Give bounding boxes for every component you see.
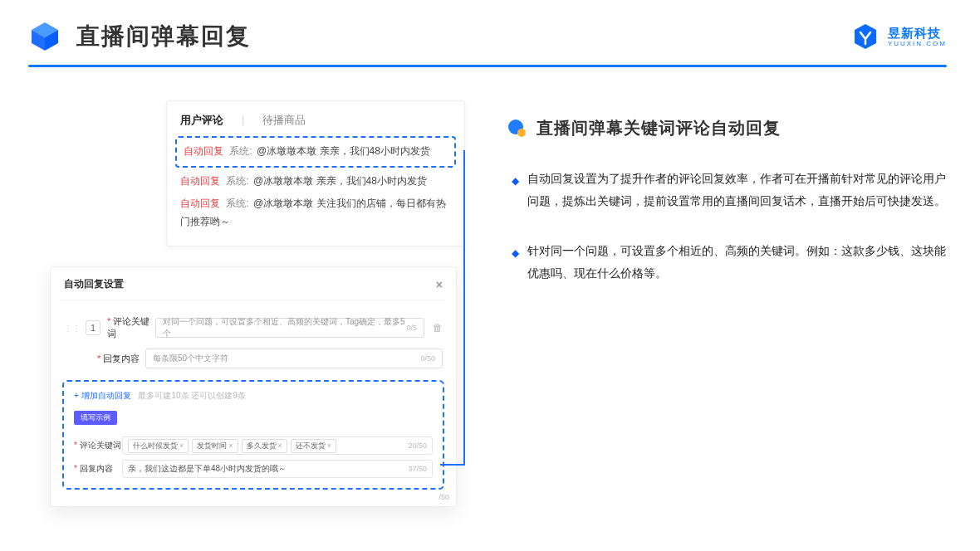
logo-cube-icon xyxy=(28,20,61,53)
comments-panel: 用户评论 | 待播商品 自动回复 系统: @冰墩墩本墩 亲亲，我们48小时内发货… xyxy=(166,100,465,246)
diamond-icon: ◆ xyxy=(512,172,519,212)
example-content-value: 亲，我们这边都是下单48小时内发货的哦～ xyxy=(128,463,287,475)
example-content-field[interactable]: 亲，我们这边都是下单48小时内发货的哦～ 37/50 xyxy=(122,460,433,478)
comment-row: 自动回复 系统: @冰墩墩本墩 亲亲，我们48小时内发货 xyxy=(180,173,451,191)
svg-point-4 xyxy=(517,129,526,137)
add-hint: 最多可建10条 还可以创建9条 xyxy=(138,391,245,400)
bullet-item: ◆自动回复设置为了提升作者的评论回复效率，作者可在开播前针对常见的评论用户问题，… xyxy=(512,168,947,212)
keyword-input[interactable]: 对同一个问题，可设置多个相近、高频的关键词，Tag确定，最多5个 0/5 xyxy=(155,318,424,338)
bullet-text: 自动回复设置为了提升作者的评论回复效率，作者可在开播前针对常见的评论用户问题，提… xyxy=(527,168,947,212)
example-content-label: 回复内容 xyxy=(80,464,113,473)
brand-logo-icon xyxy=(851,22,880,51)
example-keyword-count: 20/50 xyxy=(408,441,427,450)
auto-reply-tag: 自动回复 xyxy=(184,145,223,157)
extra-count: /50 xyxy=(439,493,449,501)
brand-block: 昱新科技 YUUXIN.COM xyxy=(851,22,947,51)
auto-reply-tag: 自动回复 xyxy=(180,175,220,187)
auto-reply-tag: 自动回复 xyxy=(180,197,220,209)
keyword-chip[interactable]: 发货时间× xyxy=(192,439,238,453)
keyword-chip[interactable]: 还不发货× xyxy=(291,439,336,453)
keyword-chip[interactable]: 多久发货× xyxy=(242,439,287,453)
content-label: 回复内容 xyxy=(103,354,140,363)
brand-url: YUUXIN.COM xyxy=(888,41,947,47)
example-keyword-field[interactable]: 什么时候发货× 发货时间× 多久发货× 还不发货× 20/50 xyxy=(122,436,433,455)
comment-row-highlighted: 自动回复 系统: @冰墩墩本墩 亲亲，我们48小时内发货 xyxy=(175,136,456,168)
chat-bubble-icon xyxy=(507,118,528,139)
example-content-count: 37/50 xyxy=(408,465,427,473)
auto-reply-settings-modal: 自动回复设置 × ⋮⋮ 1 *评论关键词 对同一个问题，可设置多个相近、高频的关… xyxy=(50,266,457,507)
comment-text: @冰墩墩本墩 亲亲，我们48小时内发货 xyxy=(253,175,427,187)
content-count: 0/50 xyxy=(420,354,435,363)
bullet-item: ◆针对同一个问题，可设置多个相近的、高频的关键词。例如：这款多少钱、这块能优惠吗… xyxy=(512,240,947,284)
comment-row: 自动回复 系统: @冰墩墩本墩 关注我们的店铺，每日都有热门推荐哟～ xyxy=(180,195,451,231)
system-label: 系统: xyxy=(226,175,248,187)
comment-text: @冰墩墩本墩 亲亲，我们48小时内发货 xyxy=(257,145,430,157)
keyword-placeholder: 对同一个问题，可设置多个相近、高频的关键词，Tag确定，最多5个 xyxy=(163,316,406,339)
keyword-label: 评论关键词 xyxy=(107,316,149,339)
modal-title: 自动回复设置 xyxy=(64,277,124,291)
diamond-icon: ◆ xyxy=(512,244,519,284)
example-keyword-label: 评论关键词 xyxy=(80,441,121,450)
tab-user-comments[interactable]: 用户评论 xyxy=(180,113,223,128)
drag-handle-icon[interactable]: ⋮⋮ xyxy=(64,324,81,333)
content-placeholder: 每条限50个中文字符 xyxy=(153,353,228,364)
system-label: 系统: xyxy=(229,145,252,157)
system-label: 系统: xyxy=(226,197,248,209)
bullet-text: 针对同一个问题，可设置多个相近的、高频的关键词。例如：这款多少钱、这块能优惠吗、… xyxy=(527,240,947,284)
keyword-chip[interactable]: 什么时候发货× xyxy=(128,439,189,453)
example-block: + 增加自动回复 最多可建10条 还可以创建9条 填写示例 *评论关键词 什么时… xyxy=(62,380,444,490)
tab-pending-goods[interactable]: 待播商品 xyxy=(262,113,306,128)
page-title: 直播间弹幕回复 xyxy=(76,21,251,52)
trash-icon[interactable]: 🗑 xyxy=(433,322,443,334)
example-badge: 填写示例 xyxy=(74,411,117,425)
keyword-count: 0/5 xyxy=(406,324,417,332)
add-auto-reply-link[interactable]: + 增加自动回复 xyxy=(74,391,131,400)
section-title: 直播间弹幕关键词评论自动回复 xyxy=(537,117,781,139)
close-icon[interactable]: × xyxy=(436,278,443,291)
tab-separator: | xyxy=(242,113,244,128)
brand-name: 昱新科技 xyxy=(888,27,947,39)
content-input[interactable]: 每条限50个中文字符 0/50 xyxy=(145,349,443,368)
rule-index: 1 xyxy=(86,320,100,335)
